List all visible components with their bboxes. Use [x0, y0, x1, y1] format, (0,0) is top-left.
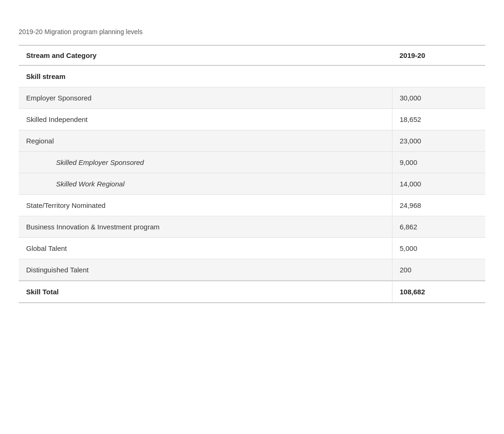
row-value-skilled-independent: 18,652 — [392, 109, 485, 130]
table-row: State/Territory Nominated 24,968 — [19, 195, 485, 216]
row-value-employer-sponsored: 30,000 — [392, 87, 485, 109]
row-label-skilled-work-regional: Skilled Work Regional — [19, 173, 392, 195]
row-value-state-territory: 24,968 — [392, 195, 485, 216]
table-row: Distinguished Talent 200 — [19, 259, 485, 281]
table-row: Employer Sponsored 30,000 — [19, 87, 485, 109]
table-row: Skilled Employer Sponsored 9,000 — [19, 152, 485, 173]
total-row: Skill Total 108,682 — [19, 281, 485, 303]
total-value: 108,682 — [392, 281, 485, 303]
table-row: Skilled Work Regional 14,000 — [19, 173, 485, 195]
section-header-row: Skill stream — [19, 65, 485, 87]
row-label-regional: Regional — [19, 130, 392, 152]
table-row: Skilled Independent 18,652 — [19, 109, 485, 130]
header-category: Stream and Category — [19, 45, 392, 65]
row-value-distinguished-talent: 200 — [392, 259, 485, 281]
header-value: 2019-20 — [392, 45, 485, 65]
row-value-skilled-employer-sponsored: 9,000 — [392, 152, 485, 173]
row-label-skilled-independent: Skilled Independent — [19, 109, 392, 130]
row-label-skilled-employer-sponsored: Skilled Employer Sponsored — [19, 152, 392, 173]
row-label-state-territory: State/Territory Nominated — [19, 195, 392, 216]
page-container: 2019-20 Migration program planning level… — [9, 19, 495, 313]
total-label: Skill Total — [19, 281, 392, 303]
row-value-skilled-work-regional: 14,000 — [392, 173, 485, 195]
row-label-business-innovation: Business Innovation & Investment program — [19, 216, 392, 238]
row-value-regional: 23,000 — [392, 130, 485, 152]
data-table: Stream and Category 2019-20 Skill stream… — [19, 45, 485, 303]
row-label-global-talent: Global Talent — [19, 238, 392, 259]
row-value-global-talent: 5,000 — [392, 238, 485, 259]
row-value-business-innovation: 6,862 — [392, 216, 485, 238]
table-row: Business Innovation & Investment program… — [19, 216, 485, 238]
table-row: Regional 23,000 — [19, 130, 485, 152]
section-header-label: Skill stream — [19, 65, 485, 87]
row-label-distinguished-talent: Distinguished Talent — [19, 259, 392, 281]
table-row: Global Talent 5,000 — [19, 238, 485, 259]
table-header-row: Stream and Category 2019-20 — [19, 45, 485, 65]
table-title: 2019-20 Migration program planning level… — [19, 28, 485, 36]
row-label-employer-sponsored: Employer Sponsored — [19, 87, 392, 109]
